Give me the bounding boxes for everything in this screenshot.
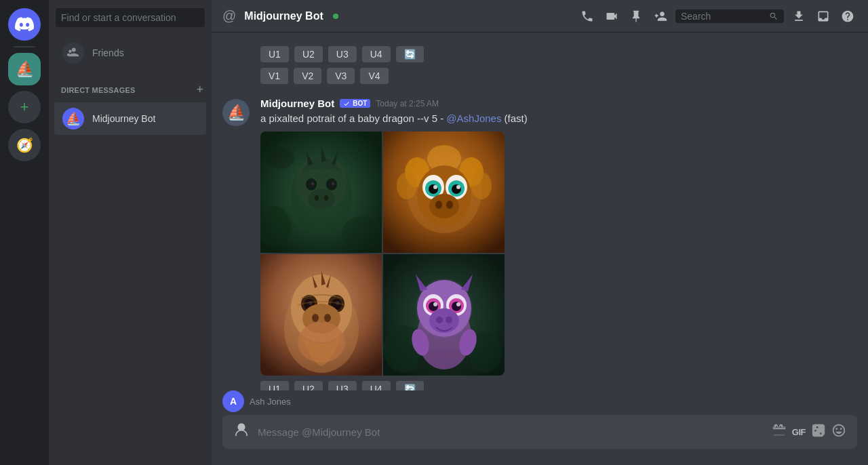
bot-badge: BOT — [340, 99, 370, 108]
action-btn-v2[interactable]: V2 — [294, 68, 321, 84]
svg-point-31 — [429, 194, 459, 218]
svg-point-44 — [312, 314, 319, 322]
emoji-icon[interactable] — [831, 423, 846, 441]
dragon-image-1[interactable] — [260, 132, 382, 253]
svg-point-13 — [342, 216, 382, 250]
action-btn-v1[interactable]: V1 — [260, 68, 288, 84]
midjourney-name: Midjourney Bot — [92, 113, 155, 124]
svg-point-9 — [308, 189, 335, 209]
gif-button[interactable]: GIF — [792, 427, 806, 437]
add-friend-button[interactable] — [651, 7, 670, 26]
message-input-area: A Ash Jones GIF — [212, 390, 868, 465]
sticker-icon[interactable] — [811, 423, 826, 441]
download-button[interactable] — [789, 7, 808, 26]
action-btn-u1[interactable]: U1 — [260, 46, 289, 62]
svg-point-8 — [332, 182, 334, 185]
message-midjourney-dragon: ⛵ Midjourney Bot BOT Today at 2:25 AM a … — [212, 95, 868, 390]
ash-jones-name: Ash Jones — [250, 397, 291, 407]
dm-user-midjourney[interactable]: ⛵ Midjourney Bot — [54, 102, 206, 135]
chat-area: @ Midjourney Bot — [212, 0, 868, 465]
top-action-buttons-v-row: V1 V2 V3 V4 — [212, 65, 868, 87]
message-content: Midjourney Bot BOT Today at 2:25 AM a pi… — [260, 98, 857, 390]
bottom-action-buttons: U1 U2 U3 U4 🔄 — [260, 381, 857, 390]
gift-icon[interactable] — [772, 423, 787, 441]
action-btn-u2-bottom[interactable]: U2 — [294, 381, 323, 390]
dragon-image-3[interactable] — [260, 254, 382, 376]
help-button[interactable] — [838, 7, 857, 26]
message-text: a pixalted potrait of a baby dragon --v … — [260, 112, 857, 126]
svg-point-18 — [397, 172, 417, 199]
dragon-image-2[interactable] — [383, 132, 505, 253]
inbox-button[interactable] — [814, 7, 833, 26]
video-button[interactable] — [602, 7, 621, 26]
action-btn-v4[interactable]: V4 — [360, 68, 388, 84]
dragon-image-grid — [260, 132, 505, 376]
ash-jones-avatar: A — [222, 390, 244, 412]
message-avatar-midjourney: ⛵ — [222, 99, 250, 126]
svg-point-33 — [446, 201, 453, 209]
svg-point-29 — [433, 185, 437, 189]
friends-label: Friends — [92, 47, 124, 58]
svg-point-30 — [456, 185, 460, 189]
dm-panel: Friends DIRECT MESSAGES + ⛵ Midjourney B… — [49, 0, 212, 465]
sidebar-divider — [14, 46, 35, 47]
svg-point-45 — [324, 314, 331, 322]
header-actions — [578, 7, 857, 26]
search-icon — [769, 11, 778, 22]
message-timestamp: Today at 2:25 AM — [376, 99, 439, 108]
action-btn-u3[interactable]: U3 — [328, 46, 357, 62]
message-input-box: GIF — [222, 415, 857, 449]
call-button[interactable] — [578, 7, 597, 26]
channel-status-indicator — [333, 14, 338, 19]
dm-search-input[interactable] — [56, 8, 205, 27]
header-search-box — [675, 9, 784, 23]
midjourney-avatar: ⛵ — [62, 108, 84, 129]
message-author: Midjourney Bot — [260, 98, 334, 109]
message-header: Midjourney Bot BOT Today at 2:25 AM — [260, 98, 857, 109]
svg-point-20 — [471, 172, 492, 199]
attach-button[interactable] — [233, 415, 250, 449]
add-server-button[interactable]: + — [8, 91, 41, 123]
app-sidebar: ⛵ + 🧭 — [0, 0, 49, 465]
messages-container: U1 U2 U3 U4 🔄 V1 V2 V3 V4 ⛵ Midjourney — [212, 33, 868, 390]
chat-header: @ Midjourney Bot — [212, 0, 868, 33]
add-dm-button[interactable]: + — [193, 81, 206, 98]
header-search-input[interactable] — [681, 11, 765, 22]
svg-point-11 — [324, 195, 328, 201]
svg-point-66 — [416, 279, 473, 338]
svg-point-32 — [435, 201, 442, 209]
action-btn-refresh-bottom[interactable]: 🔄 — [396, 381, 424, 390]
action-btn-refresh-top[interactable]: 🔄 — [396, 46, 424, 62]
action-btn-u1-bottom[interactable]: U1 — [260, 381, 289, 390]
dm-section-header: DIRECT MESSAGES + — [49, 70, 212, 101]
action-btn-u4[interactable]: U4 — [362, 46, 391, 62]
explore-button[interactable]: 🧭 — [8, 129, 41, 161]
svg-point-14 — [267, 148, 294, 169]
action-btn-u4-bottom[interactable]: U4 — [362, 381, 391, 390]
friends-icon — [62, 42, 84, 64]
discord-home-button[interactable] — [8, 8, 41, 41]
friends-nav-item[interactable]: Friends — [54, 37, 206, 69]
server-icon-sailing[interactable]: ⛵ — [8, 53, 41, 85]
pin-button[interactable] — [627, 7, 646, 26]
bottom-user-row: A Ash Jones — [222, 390, 857, 415]
action-btn-v3[interactable]: V3 — [327, 68, 355, 84]
svg-point-7 — [311, 182, 314, 185]
action-btn-u2[interactable]: U2 — [294, 46, 323, 62]
channel-icon: @ — [222, 8, 236, 24]
channel-name: Midjourney Bot — [244, 10, 323, 22]
action-btn-u3-bottom[interactable]: U3 — [328, 381, 357, 390]
top-action-buttons-u-row: U1 U2 U3 U4 🔄 — [212, 43, 868, 65]
message-input[interactable] — [258, 419, 764, 445]
dm-section-label: DIRECT MESSAGES — [61, 86, 136, 94]
input-toolbar: GIF — [772, 423, 846, 441]
message-mention: @AshJones — [446, 113, 501, 124]
dm-search-bar — [49, 0, 212, 35]
svg-point-10 — [315, 195, 319, 201]
dragon-image-4[interactable] — [383, 254, 505, 376]
